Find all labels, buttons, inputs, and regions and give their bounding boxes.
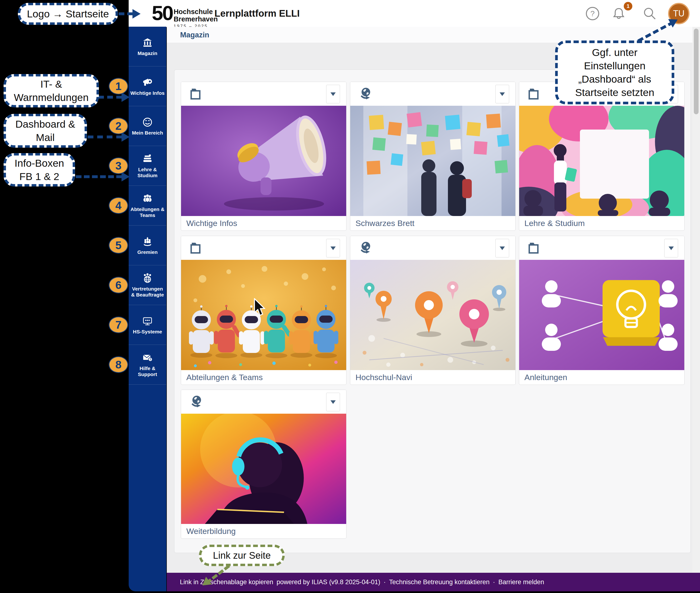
- annotation-dashboard-callout: Dashboard & Mail: [4, 114, 87, 148]
- books-icon: [142, 153, 153, 165]
- footer-powered-by[interactable]: powered by ILIAS (v9.8 2025-04-01): [277, 579, 380, 586]
- people-group-icon: [142, 193, 153, 204]
- sidebar-item-lehre-studium[interactable]: Lehre & Studium: [128, 146, 166, 186]
- card-image-megaphone[interactable]: [181, 106, 346, 216]
- weblink-icon: [189, 394, 204, 409]
- weblink-icon: [358, 86, 373, 101]
- footer-support-link[interactable]: Technische Betreuung kontaktieren: [389, 579, 490, 586]
- mail-help-icon: ?: [142, 352, 153, 363]
- sidebar-item-hilfe-support[interactable]: ? Hilfe & Support: [128, 345, 166, 385]
- annotation-number-6: 6: [109, 277, 128, 293]
- chevron-down-icon: [500, 92, 505, 96]
- card-title[interactable]: Abteilungen & Teams: [186, 373, 263, 382]
- card-title[interactable]: Hochschul-Navi: [356, 373, 412, 382]
- annotation-arrow-logo: [119, 12, 133, 15]
- footer-separator: ·: [493, 579, 495, 586]
- notification-count-badge: 1: [624, 2, 632, 10]
- card-title[interactable]: Weiterbildung: [186, 526, 236, 536]
- annotation-arrow-3: [76, 175, 122, 178]
- sidebar-item-wichtige-infos[interactable]: Wichtige Infos: [128, 67, 166, 106]
- folder-icon: [189, 86, 204, 101]
- chevron-down-icon: [330, 400, 336, 404]
- card-actions-dropdown[interactable]: [495, 85, 509, 103]
- annotation-number-3: 3: [109, 157, 128, 174]
- notifications-bell-icon[interactable]: [612, 6, 626, 21]
- card-actions-dropdown[interactable]: [326, 85, 340, 103]
- chevron-down-icon: [330, 246, 336, 250]
- annotation-arrow-2: [88, 135, 122, 139]
- tile-weiterbildung: Weiterbildung: [181, 390, 346, 539]
- annotation-link-callout: Link zur Seite: [199, 545, 285, 566]
- card-image-lightbulb[interactable]: [519, 260, 685, 370]
- card-image-headphones-person[interactable]: [181, 414, 346, 524]
- breadcrumb[interactable]: Magazin: [180, 31, 209, 39]
- sidebar-item-hs-systeme[interactable]: HS-Systeme: [128, 305, 166, 345]
- card-title[interactable]: Lehre & Studium: [524, 219, 585, 228]
- chevron-down-icon: [669, 246, 674, 250]
- folder-icon: [527, 240, 542, 255]
- mouse-cursor: [253, 298, 267, 318]
- card-image-sticky-notes[interactable]: [350, 106, 516, 216]
- annotation-number-5: 5: [109, 237, 128, 253]
- annotation-number-8: 8: [109, 356, 128, 373]
- annotation-arrowhead-1: [121, 92, 130, 102]
- annotation-arrow-1: [98, 96, 122, 98]
- annotation-it-callout: IT- & Warnmeldungen: [4, 74, 99, 108]
- tile-schwarzes-brett: Schwarzes Brett: [350, 82, 516, 231]
- card-actions-dropdown[interactable]: [326, 393, 340, 411]
- building-columns-icon: [142, 37, 153, 48]
- annotation-number-4: 4: [109, 197, 128, 214]
- card-actions-dropdown[interactable]: [495, 239, 509, 258]
- sidebar-item-abteilungen-teams[interactable]: Abteilungen & Teams: [128, 186, 166, 226]
- search-icon[interactable]: [642, 6, 657, 21]
- annotation-arrowhead-3: [121, 172, 130, 182]
- folder-icon: [527, 86, 542, 101]
- monitor-icon: [142, 315, 153, 327]
- sidebar-item-vertretungen-beauftragte[interactable]: Vertretungen & Beauftragte: [128, 265, 166, 305]
- folder-icon: [189, 240, 204, 255]
- card-actions-dropdown[interactable]: [664, 239, 678, 258]
- svg-text:?: ?: [590, 9, 595, 18]
- annotation-logo-callout: Logo → Startseite: [18, 3, 118, 25]
- card-title[interactable]: Schwarzes Brett: [356, 219, 414, 228]
- weblink-icon: [358, 240, 373, 255]
- card-image-presentation[interactable]: [519, 106, 685, 216]
- logo-anniversary-number: 50: [152, 2, 173, 24]
- top-header: 50 Hochschule Bremerhaven 1975 – 2025 Le…: [128, 0, 700, 27]
- megaphone-icon: [142, 77, 153, 88]
- card-actions-dropdown[interactable]: [326, 239, 340, 258]
- annotation-number-1: 1: [109, 78, 128, 94]
- university-logo[interactable]: 50 Hochschule Bremerhaven 1975 – 2025: [152, 2, 218, 29]
- footer-separator: ·: [383, 579, 386, 586]
- footer-copy-link[interactable]: Link in Zwischenablage kopieren: [180, 579, 273, 586]
- logo-line-2: Bremerhaven: [174, 15, 218, 23]
- screenshot-root: 50 Hochschule Bremerhaven 1975 – 2025 Le…: [0, 0, 700, 593]
- card-title[interactable]: Anleitungen: [524, 373, 567, 382]
- annotation-settings-callout: Ggf. unter Einstellungen „Dashboard“ als…: [555, 40, 674, 104]
- scrollbar-thumb[interactable]: [694, 29, 699, 114]
- svg-text:?: ?: [149, 358, 151, 361]
- annotation-arrowhead-2: [121, 132, 130, 142]
- sidebar-item-mein-bereich[interactable]: Mein Bereich: [128, 106, 166, 146]
- help-icon[interactable]: ?: [585, 6, 600, 21]
- footer-barrier-link[interactable]: Barriere melden: [499, 579, 544, 586]
- tile-wichtige-infos: Wichtige Infos: [181, 82, 346, 231]
- logo-line-1: Hochschule: [174, 8, 218, 15]
- sidebar-item-gremien[interactable]: Gremien: [128, 226, 166, 265]
- annotation-arrowhead-logo: [133, 9, 141, 18]
- smiley-icon: [142, 116, 153, 128]
- annotation-infobox-callout: Info-Boxen FB 1 & 2: [4, 153, 75, 187]
- globe-people-icon: [142, 272, 153, 284]
- committee-icon: [142, 236, 153, 247]
- card-title[interactable]: Wichtige Infos: [186, 219, 237, 228]
- card-image-map-pins[interactable]: [350, 260, 516, 370]
- page-title: Lernplattform ELLI: [214, 8, 300, 19]
- sidebar-item-magazin[interactable]: Magazin: [128, 27, 166, 67]
- main-sidebar: Magazin Wichtige Infos Mein Bereich: [128, 27, 166, 591]
- annotation-number-2: 2: [109, 118, 128, 134]
- chevron-down-icon: [500, 246, 505, 250]
- tile-hochschul-navi: Hochschul-Navi: [350, 236, 516, 385]
- footer-bar: Link in Zwischenablage kopieren powered …: [167, 573, 700, 591]
- annotation-number-7: 7: [109, 317, 128, 333]
- tile-anleitungen: Anleitungen: [519, 236, 685, 385]
